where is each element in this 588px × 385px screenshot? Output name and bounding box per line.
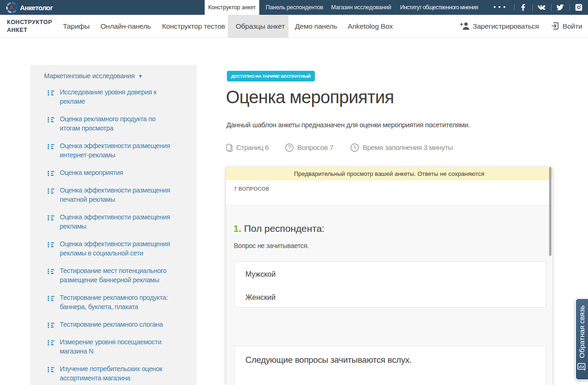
svg-text:A: A bbox=[9, 5, 13, 11]
svg-text:?: ? bbox=[288, 144, 291, 151]
